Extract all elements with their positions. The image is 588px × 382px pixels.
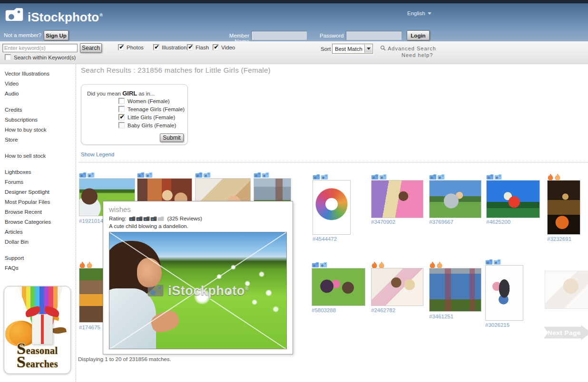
review-count: (325 Reviews) xyxy=(167,216,202,221)
thumbnail-photo[interactable] xyxy=(79,268,105,323)
teenage-girls-checkbox[interactable] xyxy=(118,106,125,112)
dollar-bin-flame-icons[interactable] xyxy=(547,174,561,181)
lightbox-camera-icons[interactable] xyxy=(254,172,269,178)
video-checkbox[interactable]: ✔ xyxy=(213,44,219,50)
dollar-bin-flame-icons[interactable] xyxy=(371,262,385,268)
flash-checkbox[interactable]: ✔ xyxy=(187,44,193,50)
password-input[interactable] xyxy=(346,31,402,40)
sidebar-item-most-popular-files[interactable]: Most Popular Files xyxy=(5,197,76,207)
dropdown-arrow-icon[interactable] xyxy=(364,45,372,53)
filter-flash[interactable]: ✔ Flash xyxy=(187,44,209,50)
submit-button[interactable]: Submit xyxy=(160,134,184,142)
thumbnail-photo[interactable] xyxy=(371,268,423,306)
file-id-link[interactable]: #4544472 xyxy=(313,236,337,242)
sidebar-item-designer-spotlight[interactable]: Designer Spotlight xyxy=(5,187,76,197)
checkmark: ✔ xyxy=(119,114,125,120)
sidebar-item-lightboxes[interactable]: Lightboxes xyxy=(5,167,76,177)
file-id-link[interactable]: #4625200 xyxy=(486,219,510,225)
need-help-link[interactable]: Need help? xyxy=(402,52,433,58)
thumbnail-photo[interactable] xyxy=(371,180,423,218)
women-checkbox[interactable] xyxy=(118,98,125,104)
option-women-female[interactable]: Women (Female) xyxy=(118,98,170,104)
sidebar-item-subscriptions[interactable]: Subscriptions xyxy=(5,115,76,125)
thumbnail-photo[interactable] xyxy=(547,180,580,235)
lightbox-camera-icons[interactable] xyxy=(313,174,328,180)
thumbnail-photo[interactable] xyxy=(485,265,523,321)
illustrations-checkbox[interactable]: ✔ xyxy=(153,44,159,50)
keyword-search-input[interactable] xyxy=(2,44,78,52)
little-girls-checkbox[interactable]: ✔ xyxy=(118,114,125,120)
lightbox-camera-icons[interactable] xyxy=(371,174,387,180)
sidebar-item-credits[interactable]: Credits xyxy=(5,105,76,115)
filter-video[interactable]: ✔ Video xyxy=(213,44,235,50)
sidebar-item-vector-illustrations[interactable]: Vector Illustrations xyxy=(5,69,76,79)
sidebar-item-how-to-buy-stock[interactable]: How to buy stock xyxy=(5,125,76,135)
sidebar-item-store[interactable]: Store xyxy=(5,135,76,145)
sidebar-item-dollar-bin[interactable]: Dollar Bin xyxy=(5,237,76,247)
search-within-keywords[interactable]: Search within Keyword(s) xyxy=(5,54,76,60)
sidebar-item-audio[interactable]: Audio xyxy=(5,89,76,99)
advanced-search-link[interactable]: Advanced Search xyxy=(380,45,436,52)
sidebar-item-video[interactable]: Video xyxy=(5,79,76,89)
teenage-girls-label: Teenage Girls (Female) xyxy=(127,106,185,112)
brand-name: iStockphoto® xyxy=(28,7,103,25)
filter-photos[interactable]: ✔ Photos xyxy=(118,44,144,50)
photos-checkbox[interactable]: ✔ xyxy=(118,44,124,50)
dollar-bin-flame-icons[interactable] xyxy=(79,262,93,268)
file-id-link[interactable]: #174675 xyxy=(79,325,100,330)
sidebar-item-articles[interactable]: Articles xyxy=(5,227,76,237)
thumbnail-photo[interactable] xyxy=(429,268,481,312)
lightbox-camera-icons[interactable] xyxy=(485,259,501,265)
password-label: Password xyxy=(320,33,343,38)
search-within-checkbox[interactable] xyxy=(5,54,11,60)
sidebar-item-how-to-sell-stock[interactable]: How to sell stock xyxy=(5,151,76,161)
thumbnail-photo[interactable] xyxy=(313,180,351,235)
file-id-link[interactable]: #1921014 xyxy=(79,218,103,224)
file-id-link[interactable]: #2462782 xyxy=(371,307,395,313)
search-button[interactable]: Search xyxy=(80,43,102,53)
file-id-link[interactable]: #5803288 xyxy=(312,307,336,313)
option-teenage-girls-female[interactable]: Teenage Girls (Female) xyxy=(118,106,185,112)
thumbnail-photo[interactable] xyxy=(429,180,481,218)
sidebar-item-support[interactable]: Support xyxy=(5,253,76,263)
dollar-bin-flame-icons[interactable] xyxy=(429,262,443,268)
login-button[interactable]: Login xyxy=(407,30,430,40)
lightbox-camera-icons[interactable] xyxy=(137,172,153,178)
sidebar-item-forums[interactable]: Forums xyxy=(5,177,76,187)
seasonal-searches-banner[interactable]: Seasonal Searches xyxy=(4,286,71,374)
baby-girls-checkbox[interactable] xyxy=(118,122,125,128)
sidebar-item-browse-recent[interactable]: Browse Recent xyxy=(5,207,76,217)
caret-down-icon xyxy=(428,12,431,15)
thumbnail-photo[interactable] xyxy=(486,180,540,218)
magnifier-icon xyxy=(380,45,386,52)
option-little-girls-female[interactable]: ✔ Little Girls (Female) xyxy=(118,114,175,120)
lightbox-camera-icons[interactable] xyxy=(312,262,327,268)
filter-illustrations[interactable]: ✔ Illustrations xyxy=(153,44,189,50)
istockphoto-logo[interactable]: .hole{fill:#5d80a8} iStockphoto® xyxy=(5,7,103,25)
lightbox-camera-icons[interactable] xyxy=(429,174,445,180)
file-id-link[interactable]: #3461251 xyxy=(429,314,453,319)
checkmark: ✔ xyxy=(213,44,219,50)
thumbnail-photo-faded[interactable] xyxy=(545,271,588,309)
option-baby-girls-female[interactable]: Baby Girls (Female) xyxy=(118,122,176,128)
show-legend-link[interactable]: Show Legend xyxy=(81,152,114,157)
sort-dropdown[interactable]: Best Match xyxy=(332,44,373,54)
sidebar-item-faqs[interactable]: FAQs xyxy=(5,263,76,273)
member-name-input[interactable] xyxy=(251,31,307,40)
sign-up-button[interactable]: Sign Up xyxy=(44,30,69,40)
file-id-link[interactable]: #3026215 xyxy=(485,322,510,328)
istockphoto-watermark: iStockphoto® xyxy=(109,284,286,298)
language-selector[interactable]: English xyxy=(407,10,431,16)
sidebar-item-browse-categories[interactable]: Browse Categories xyxy=(5,217,76,227)
not-a-member-text: Not a member? xyxy=(4,32,41,38)
header: .hole{fill:#5d80a8} iStockphoto® English… xyxy=(0,3,588,41)
flash-label: Flash xyxy=(196,45,209,50)
next-page-button[interactable]: Next Page xyxy=(544,325,588,340)
lightbox-camera-icons[interactable] xyxy=(79,172,95,178)
lightbox-camera-icons[interactable] xyxy=(195,172,211,178)
file-id-link[interactable]: #3232691 xyxy=(547,236,571,242)
lightbox-camera-icons[interactable] xyxy=(486,174,502,180)
file-id-link[interactable]: #3769667 xyxy=(429,219,453,225)
thumbnail-photo[interactable] xyxy=(312,268,365,306)
file-id-link[interactable]: #3470902 xyxy=(371,219,395,225)
